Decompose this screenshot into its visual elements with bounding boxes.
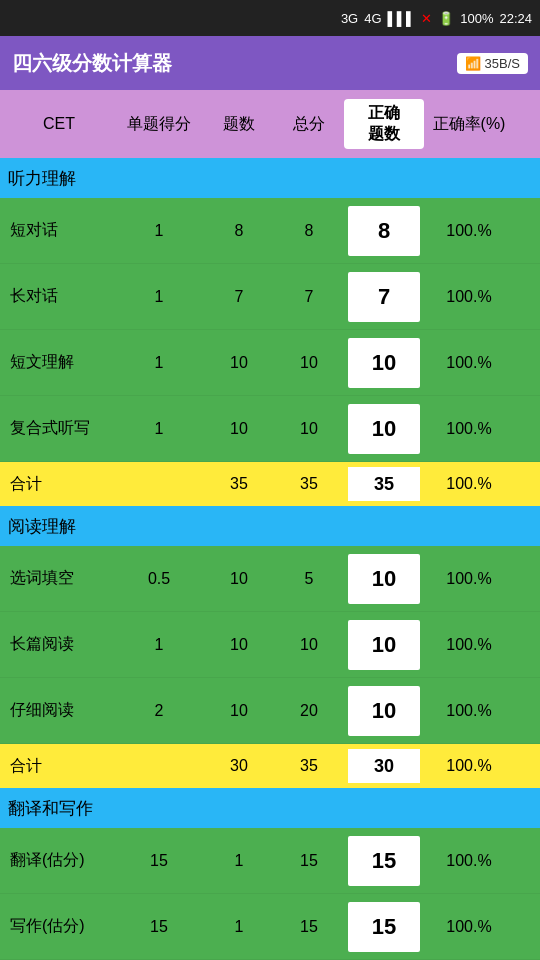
row-rate: 100.%: [424, 288, 514, 306]
row-rate: 100.%: [424, 702, 514, 720]
row-correct[interactable]: 10: [348, 554, 420, 604]
signal-4g: 4G: [364, 11, 381, 26]
row-score: 1: [114, 354, 204, 372]
wifi-icon: 📶: [465, 56, 481, 71]
table-row: 短对话 1 8 8 8 100.%: [0, 198, 540, 264]
table-row: 长篇阅读 1 10 10 10 100.%: [0, 612, 540, 678]
row-name: 复合式听写: [4, 418, 114, 439]
col-rate: 正确率(%): [424, 114, 514, 135]
status-bar: 3G 4G ▌▌▌ ✕ 🔋 100% 22:24: [0, 0, 540, 36]
row-count: 10: [204, 702, 274, 720]
wifi-speed-badge: 📶 35B/S: [457, 53, 528, 74]
subtotal-count: 30: [204, 757, 274, 775]
row-correct[interactable]: 10: [348, 338, 420, 388]
table-row: 复合式听写 1 10 10 10 100.%: [0, 396, 540, 462]
row-total: 15: [274, 852, 344, 870]
speed-value: 35B/S: [485, 56, 520, 71]
row-name: 选词填空: [4, 568, 114, 589]
row-correct[interactable]: 10: [348, 620, 420, 670]
col-correct: 正确 题数: [344, 99, 424, 149]
subtotal-name: 合计: [4, 756, 114, 777]
table-row: 长对话 1 7 7 7 100.%: [0, 264, 540, 330]
row-count: 1: [204, 852, 274, 870]
subtotal-count: 35: [204, 475, 274, 493]
subtotal-row-reading: 合计 30 35 30 100.%: [0, 744, 540, 788]
row-name: 仔细阅读: [4, 700, 114, 721]
network-label: 3G: [341, 11, 358, 26]
row-name: 写作(估分): [4, 916, 114, 937]
row-total: 20: [274, 702, 344, 720]
section-header-listening: 听力理解: [0, 158, 540, 198]
row-count: 10: [204, 570, 274, 588]
x-mark: ✕: [421, 11, 432, 26]
table-row: 选词填空 0.5 10 5 10 100.%: [0, 546, 540, 612]
row-total: 10: [274, 420, 344, 438]
row-count: 7: [204, 288, 274, 306]
section-header-writing: 翻译和写作: [0, 788, 540, 828]
table-header: CET 单题得分 题数 总分 正确 题数 正确率(%): [0, 90, 540, 158]
app-title: 四六级分数计算器: [12, 50, 445, 77]
col-total: 总分: [274, 114, 344, 135]
row-correct[interactable]: 8: [348, 206, 420, 256]
subtotal-total: 35: [274, 757, 344, 775]
subtotal-correct: 30: [348, 749, 420, 783]
row-name: 长对话: [4, 286, 114, 307]
row-correct[interactable]: 10: [348, 404, 420, 454]
row-rate: 100.%: [424, 354, 514, 372]
row-score: 2: [114, 702, 204, 720]
row-score: 15: [114, 852, 204, 870]
col-score: 单题得分: [114, 114, 204, 135]
section-header-reading: 阅读理解: [0, 506, 540, 546]
row-total: 15: [274, 918, 344, 936]
row-rate: 100.%: [424, 918, 514, 936]
row-total: 7: [274, 288, 344, 306]
row-correct[interactable]: 7: [348, 272, 420, 322]
col-cet: CET: [4, 114, 114, 135]
row-name: 翻译(估分): [4, 850, 114, 871]
row-rate: 100.%: [424, 222, 514, 240]
battery-percent: 100%: [460, 11, 493, 26]
subtotal-total: 35: [274, 475, 344, 493]
row-count: 10: [204, 420, 274, 438]
row-total: 10: [274, 636, 344, 654]
row-name: 短对话: [4, 220, 114, 241]
subtotal-correct: 35: [348, 467, 420, 501]
row-score: 1: [114, 636, 204, 654]
row-score: 1: [114, 420, 204, 438]
signal-bars: ▌▌▌: [388, 11, 416, 26]
table-row: 短文理解 1 10 10 10 100.%: [0, 330, 540, 396]
row-rate: 100.%: [424, 636, 514, 654]
subtotal-rate: 100.%: [424, 757, 514, 775]
table-row: 翻译(估分) 15 1 15 15 100.%: [0, 828, 540, 894]
row-score: 1: [114, 222, 204, 240]
subtotal-rate: 100.%: [424, 475, 514, 493]
row-rate: 100.%: [424, 570, 514, 588]
row-count: 8: [204, 222, 274, 240]
row-score: 0.5: [114, 570, 204, 588]
time-display: 22:24: [499, 11, 532, 26]
row-count: 10: [204, 636, 274, 654]
row-total: 8: [274, 222, 344, 240]
subtotal-name: 合计: [4, 474, 114, 495]
row-score: 1: [114, 288, 204, 306]
row-name: 长篇阅读: [4, 634, 114, 655]
row-correct[interactable]: 15: [348, 836, 420, 886]
row-count: 10: [204, 354, 274, 372]
table-row: 写作(估分) 15 1 15 15 100.%: [0, 894, 540, 960]
row-correct[interactable]: 10: [348, 686, 420, 736]
row-correct[interactable]: 15: [348, 902, 420, 952]
subtotal-row-listening: 合计 35 35 35 100.%: [0, 462, 540, 506]
row-count: 1: [204, 918, 274, 936]
row-name: 短文理解: [4, 352, 114, 373]
row-total: 5: [274, 570, 344, 588]
battery-icon: 🔋: [438, 11, 454, 26]
row-rate: 100.%: [424, 420, 514, 438]
title-bar: 四六级分数计算器 📶 35B/S: [0, 36, 540, 90]
row-score: 15: [114, 918, 204, 936]
table-row: 仔细阅读 2 10 20 10 100.%: [0, 678, 540, 744]
col-count: 题数: [204, 114, 274, 135]
row-total: 10: [274, 354, 344, 372]
row-rate: 100.%: [424, 852, 514, 870]
